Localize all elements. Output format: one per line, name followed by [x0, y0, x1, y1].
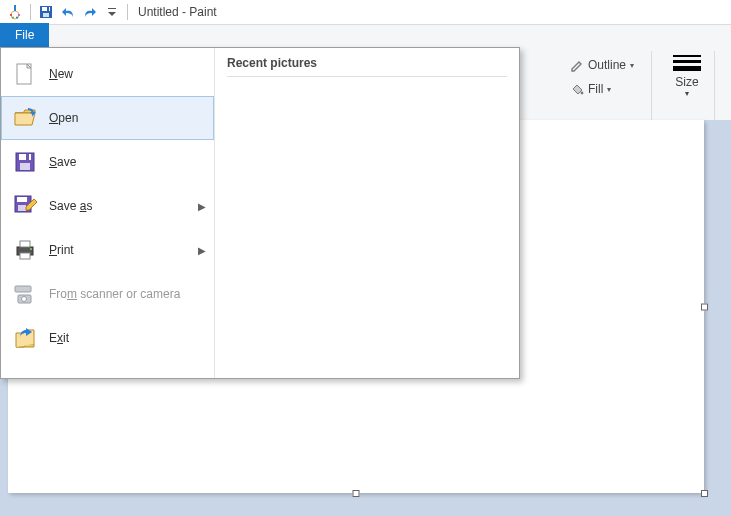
qat-undo-button[interactable]: [60, 4, 76, 20]
ribbon-group-divider: [651, 51, 652, 121]
ribbon-tab-strip: File: [0, 25, 731, 47]
chevron-down-icon: ▾: [630, 61, 634, 70]
new-file-icon: [11, 60, 39, 88]
menu-item-label: Save as: [49, 199, 92, 213]
resize-handle-east[interactable]: [701, 303, 708, 310]
svg-rect-19: [18, 205, 26, 211]
save-floppy-icon: [11, 148, 39, 176]
svg-rect-16: [20, 163, 30, 170]
save-as-icon: [11, 192, 39, 220]
submenu-arrow-icon: ▶: [198, 245, 206, 256]
pencil-outline-icon: [570, 58, 584, 72]
stroke-weight-icon: [673, 55, 701, 71]
svg-rect-10: [108, 8, 116, 9]
recent-pictures-panel: Recent pictures: [215, 48, 519, 378]
file-menu-items: New Open Save Save as ▶: [1, 48, 215, 378]
svg-point-23: [30, 248, 32, 250]
svg-rect-9: [47, 7, 49, 11]
qat-separator: [30, 4, 31, 20]
svg-rect-22: [20, 253, 30, 259]
paint-window: Untitled - Paint File Outline ▾: [0, 0, 731, 516]
window-title: Untitled - Paint: [138, 0, 217, 24]
title-bar: Untitled - Paint: [0, 0, 731, 25]
menu-item-save-as[interactable]: Save as ▶: [1, 184, 214, 228]
menu-item-label: New: [49, 67, 73, 81]
chevron-down-icon: ▾: [685, 89, 689, 98]
svg-rect-14: [19, 154, 31, 160]
size-label: Size: [675, 75, 698, 89]
bucket-fill-icon: [570, 82, 584, 96]
exit-icon: [11, 324, 39, 352]
svg-rect-24: [15, 286, 31, 292]
svg-rect-18: [17, 197, 27, 202]
file-tab[interactable]: File: [0, 23, 49, 47]
menu-item-label: Save: [49, 155, 76, 169]
submenu-arrow-icon: ▶: [198, 201, 206, 212]
menu-item-label: From scanner or camera: [49, 287, 180, 301]
file-menu: New Open Save Save as ▶: [0, 47, 520, 379]
svg-rect-8: [43, 13, 49, 17]
menu-item-new[interactable]: New: [1, 52, 214, 96]
svg-point-4: [18, 14, 20, 16]
title-separator: [127, 4, 128, 20]
svg-point-2: [12, 17, 14, 19]
menu-item-label: Open: [49, 111, 78, 125]
qat-redo-button[interactable]: [82, 4, 98, 20]
svg-point-11: [581, 92, 584, 95]
shape-style-group: Outline ▾ Fill ▾: [559, 51, 645, 103]
qat-save-button[interactable]: [38, 4, 54, 20]
menu-item-from-scanner: From scanner or camera: [1, 272, 214, 316]
chevron-down-icon: ▾: [607, 85, 611, 94]
fill-label: Fill: [588, 82, 603, 96]
qat-customize-button[interactable]: [104, 4, 120, 20]
outline-label: Outline: [588, 58, 626, 72]
menu-item-print[interactable]: Print ▶: [1, 228, 214, 272]
svg-point-1: [10, 14, 12, 16]
outline-button[interactable]: Outline ▾: [565, 55, 639, 75]
resize-handle-south[interactable]: [353, 490, 360, 497]
printer-icon: [11, 236, 39, 264]
open-folder-icon: [11, 104, 39, 132]
svg-rect-5: [14, 5, 16, 11]
app-icon: [7, 4, 23, 20]
resize-handle-southeast[interactable]: [701, 490, 708, 497]
svg-rect-21: [20, 241, 30, 247]
menu-item-open[interactable]: Open: [1, 96, 214, 140]
svg-rect-15: [26, 154, 29, 160]
menu-item-label: Exit: [49, 331, 69, 345]
size-button[interactable]: Size ▾: [666, 51, 708, 98]
svg-point-3: [16, 17, 18, 19]
menu-item-label: Print: [49, 243, 74, 257]
fill-button[interactable]: Fill ▾: [565, 79, 639, 99]
menu-item-exit[interactable]: Exit: [1, 316, 214, 360]
scanner-camera-icon: [11, 280, 39, 308]
ribbon-group-divider: [714, 51, 715, 121]
ribbon-visible-controls: Outline ▾ Fill ▾ Size ▾: [559, 51, 721, 121]
recent-pictures-header: Recent pictures: [227, 56, 507, 77]
svg-point-26: [22, 297, 27, 302]
menu-item-save[interactable]: Save: [1, 140, 214, 184]
